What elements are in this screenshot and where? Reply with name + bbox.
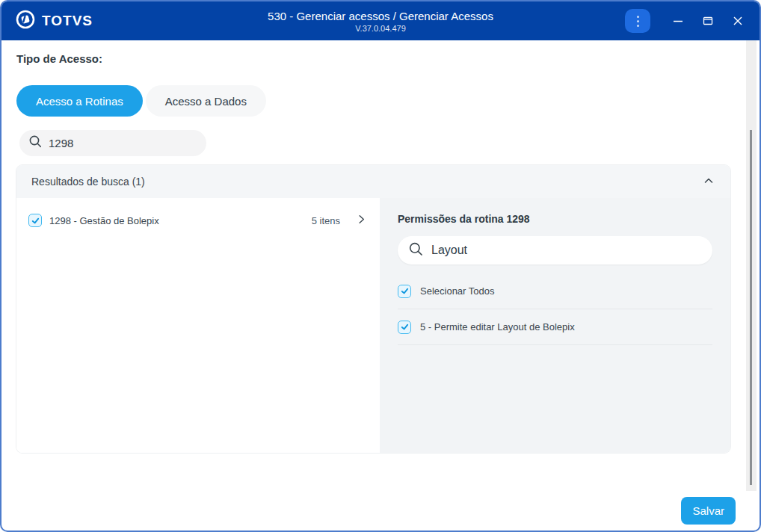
minimize-icon — [671, 14, 685, 28]
routine-search[interactable] — [19, 130, 206, 156]
results-panel-body: 1298 - Gestão de Bolepix 5 itens Permiss… — [16, 198, 730, 453]
permission-row-select-all[interactable]: Selecionar Todos — [398, 273, 712, 309]
permissions-options: Selecionar Todos 5 - Permite editar Layo… — [398, 273, 712, 345]
permissions-title: Permissões da rotina 1298 — [398, 213, 712, 225]
vertical-scrollbar-track[interactable] — [746, 40, 757, 491]
routine-list-item[interactable]: 1298 - Gestão de Bolepix 5 itens — [28, 207, 368, 234]
maximize-icon — [701, 14, 715, 28]
permission-checkbox[interactable] — [398, 321, 411, 334]
chevron-right-icon[interactable] — [355, 213, 368, 228]
search-icon — [408, 241, 424, 260]
window-version: V.37.0.04.479 — [355, 24, 406, 33]
permission-row-edit-layout[interactable]: 5 - Permite editar Layout de Bolepix — [398, 309, 712, 345]
close-icon — [731, 14, 745, 28]
access-type-tabs: Acesso a Rotinas Acesso a Dados — [16, 85, 745, 117]
check-icon — [31, 216, 40, 226]
permissions-search-input[interactable] — [431, 244, 702, 257]
search-icon — [28, 134, 43, 152]
menu-kebab-button[interactable] — [625, 9, 650, 33]
minimize-button[interactable] — [665, 9, 691, 33]
window-title: 530 - Gerenciar acessos / Gerenciar Aces… — [268, 10, 493, 22]
app-window: TOTVS 530 - Gerenciar acessos / Gerencia… — [0, 0, 761, 532]
check-icon — [400, 322, 410, 332]
check-icon — [400, 286, 410, 296]
routine-list: 1298 - Gestão de Bolepix 5 itens — [16, 198, 380, 453]
permissions-panel: Permissões da rotina 1298 — [380, 198, 730, 453]
vertical-scrollbar-thumb[interactable] — [750, 130, 752, 485]
results-panel: Resultados de busca (1) — [16, 165, 730, 453]
tab-acesso-a-rotinas[interactable]: Acesso a Rotinas — [16, 85, 143, 117]
brand-name: TOTVS — [42, 13, 93, 29]
main-content: Tipo de Acesso: Acesso a Rotinas Acesso … — [1, 40, 760, 531]
routine-checkbox[interactable] — [28, 214, 42, 227]
title-bar: TOTVS 530 - Gerenciar acessos / Gerencia… — [1, 1, 760, 40]
select-all-label: Selecionar Todos — [420, 285, 495, 297]
maximize-button[interactable] — [695, 9, 721, 33]
select-all-checkbox[interactable] — [398, 285, 411, 298]
routine-item-count: 5 itens — [312, 215, 340, 226]
routine-label: 1298 - Gestão de Bolepix — [49, 215, 304, 226]
chevron-up-icon[interactable] — [702, 174, 715, 190]
window-controls — [625, 9, 751, 33]
results-header-label: Resultados de busca (1) — [31, 176, 145, 188]
save-button[interactable]: Salvar — [681, 497, 736, 525]
totvs-logo: TOTVS — [15, 9, 93, 33]
tab-acesso-a-dados[interactable]: Acesso a Dados — [146, 85, 266, 117]
permission-label: 5 - Permite editar Layout de Bolepix — [420, 321, 575, 332]
totvs-logo-icon — [15, 9, 36, 33]
results-panel-header[interactable]: Resultados de busca (1) — [16, 165, 730, 198]
close-button[interactable] — [725, 9, 751, 33]
routine-search-input[interactable] — [49, 137, 197, 149]
access-type-label: Tipo de Acesso: — [16, 52, 745, 65]
permissions-search[interactable] — [398, 236, 712, 265]
